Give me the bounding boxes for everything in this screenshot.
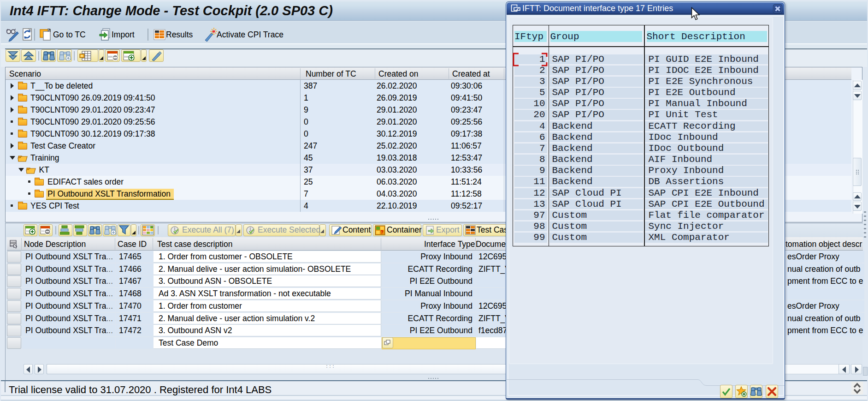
svg-text:?: ? bbox=[381, 230, 384, 235]
